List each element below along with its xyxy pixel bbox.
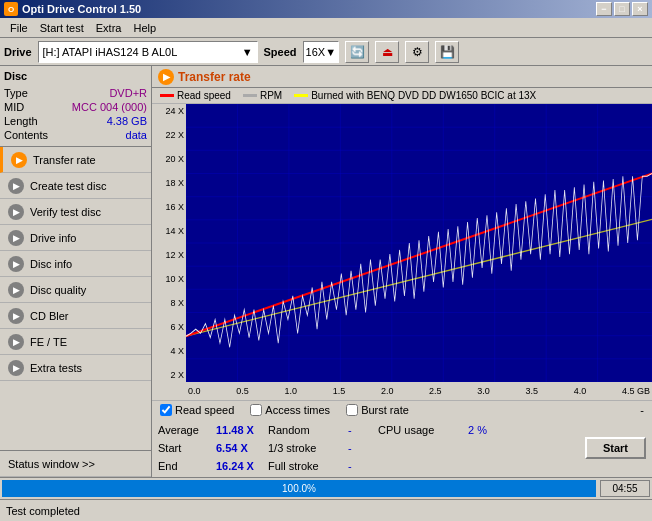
onethird-label: 1/3 stroke (268, 442, 348, 454)
chart-icon: ▶ (158, 69, 174, 85)
chart-title: Transfer rate (178, 70, 251, 84)
legend-rpm-color (243, 94, 257, 97)
x-axis: 0.0 0.5 1.0 1.5 2.0 2.5 3.0 3.5 4.0 4.5 … (152, 382, 652, 400)
minimize-button[interactable]: − (596, 2, 612, 16)
legend-rpm: RPM (243, 90, 282, 101)
save-button[interactable]: 💾 (435, 41, 459, 63)
menu-extra[interactable]: Extra (90, 20, 128, 36)
chart-legend: Read speed RPM Burned with BENQ DVD DD D… (152, 88, 652, 104)
checkbox-burst-rate-input[interactable] (346, 404, 358, 416)
disc-contents-row: Contents data (4, 128, 147, 142)
drive-label: Drive (4, 46, 32, 58)
test-completed-label: Test completed (6, 505, 80, 517)
nav-transfer-rate[interactable]: ▶ Transfer rate (0, 147, 151, 173)
nav-create-test-disc[interactable]: ▶ Create test disc (0, 173, 151, 199)
checkbox-read-speed-input[interactable] (160, 404, 172, 416)
nav-cd-bler[interactable]: ▶ CD Bler (0, 303, 151, 329)
menu-start-test[interactable]: Start test (34, 20, 90, 36)
stats-area: Average 11.48 X Random - CPU usage 2 % S… (152, 419, 652, 477)
nav-label-verify-test-disc: Verify test disc (30, 206, 101, 218)
nav-status-window[interactable]: Status window >> (0, 451, 151, 477)
nav-icon-verify-test-disc: ▶ (8, 204, 24, 220)
disc-length-row: Length 4.38 GB (4, 114, 147, 128)
nav-label-disc-info: Disc info (30, 258, 72, 270)
disc-type-label: Type (4, 87, 28, 99)
menu-bar: File Start test Extra Help (0, 18, 652, 38)
nav-section: ▶ Transfer rate ▶ Create test disc ▶ Ver… (0, 147, 151, 381)
menu-file[interactable]: File (4, 20, 34, 36)
progress-bar: 100.0% (2, 480, 596, 497)
refresh-button[interactable]: 🔄 (345, 41, 369, 63)
nav-icon-transfer-rate: ▶ (11, 152, 27, 168)
checkbox-access-times-input[interactable] (250, 404, 262, 416)
stats-row-3: End 16.24 X Full stroke - (158, 457, 646, 475)
maximize-button[interactable]: □ (614, 2, 630, 16)
stats-row-1: Average 11.48 X Random - CPU usage 2 % (158, 421, 646, 439)
start-button[interactable]: Start (585, 437, 646, 459)
average-label: Average (158, 424, 216, 436)
checkbox-read-speed[interactable]: Read speed (160, 404, 234, 416)
cpu-value: 2 % (468, 424, 498, 436)
nav-icon-create-test-disc: ▶ (8, 178, 24, 194)
status-window-label: Status window >> (8, 458, 95, 470)
start-label: Start (158, 442, 216, 454)
checkbox-read-speed-label: Read speed (175, 404, 234, 416)
app-icon: O (4, 2, 18, 16)
start-value: 6.54 X (216, 442, 268, 454)
random-value: - (348, 424, 378, 436)
app-title: Opti Drive Control 1.50 (22, 3, 141, 15)
speed-selector[interactable]: 16X ▼ (303, 41, 339, 63)
disc-type-row: Type DVD+R (4, 86, 147, 100)
nav-disc-quality[interactable]: ▶ Disc quality (0, 277, 151, 303)
checkbox-access-times[interactable]: Access times (250, 404, 330, 416)
chart-with-yaxis: 24 X 22 X 20 X 18 X 16 X 14 X 12 X 10 X … (152, 104, 652, 382)
nav-fe-te[interactable]: ▶ FE / TE (0, 329, 151, 355)
eject-button[interactable]: ⏏ (375, 41, 399, 63)
nav-icon-fe-te: ▶ (8, 334, 24, 350)
checkboxes-area: Read speed Access times Burst rate - (152, 400, 652, 419)
nav-icon-drive-info: ▶ (8, 230, 24, 246)
random-label: Random (268, 424, 348, 436)
nav-icon-disc-info: ▶ (8, 256, 24, 272)
nav-icon-extra-tests: ▶ (8, 360, 24, 376)
onethird-value: - (348, 442, 378, 454)
menu-help[interactable]: Help (127, 20, 162, 36)
right-panel: ▶ Transfer rate Read speed RPM Burned wi… (152, 66, 652, 477)
title-bar: O Opti Drive Control 1.50 − □ × (0, 0, 652, 18)
legend-read-speed: Read speed (160, 90, 231, 101)
progress-percent: 100.0% (282, 483, 316, 494)
nav-label-disc-quality: Disc quality (30, 284, 86, 296)
drive-selector[interactable]: [H:] ATAPI iHAS124 B AL0L ▼ (38, 41, 258, 63)
svg-line-24 (186, 174, 652, 337)
close-button[interactable]: × (632, 2, 648, 16)
nav-disc-info[interactable]: ▶ Disc info (0, 251, 151, 277)
nav-label-transfer-rate: Transfer rate (33, 154, 96, 166)
nav-label-create-test-disc: Create test disc (30, 180, 106, 192)
nav-verify-test-disc[interactable]: ▶ Verify test disc (0, 199, 151, 225)
chart-plot-area (186, 104, 652, 382)
legend-burned-color (294, 94, 308, 97)
checkbox-burst-rate[interactable]: Burst rate (346, 404, 409, 416)
legend-read-speed-label: Read speed (177, 90, 231, 101)
chart-header: ▶ Transfer rate (152, 66, 652, 88)
checkbox-access-times-label: Access times (265, 404, 330, 416)
disc-section-title: Disc (4, 70, 147, 82)
settings-button[interactable]: ⚙ (405, 41, 429, 63)
burst-rate-value: - (640, 404, 644, 416)
stats-row-2: Start 6.54 X 1/3 stroke - Start (158, 439, 646, 457)
disc-contents-label: Contents (4, 129, 48, 141)
elapsed-time: 04:55 (600, 480, 650, 497)
speed-label: Speed (264, 46, 297, 58)
nav-label-fe-te: FE / TE (30, 336, 67, 348)
chart-container: 24 X 22 X 20 X 18 X 16 X 14 X 12 X 10 X … (152, 104, 652, 400)
average-value: 11.48 X (216, 424, 268, 436)
nav-extra-tests[interactable]: ▶ Extra tests (0, 355, 151, 381)
svg-line-23 (186, 219, 652, 336)
end-label: End (158, 460, 216, 472)
nav-drive-info[interactable]: ▶ Drive info (0, 225, 151, 251)
chart-svg (186, 104, 652, 382)
disc-mid-row: MID MCC 004 (000) (4, 100, 147, 114)
nav-label-drive-info: Drive info (30, 232, 76, 244)
end-value: 16.24 X (216, 460, 268, 472)
disc-info-section: Disc Type DVD+R MID MCC 004 (000) Length… (0, 66, 151, 147)
